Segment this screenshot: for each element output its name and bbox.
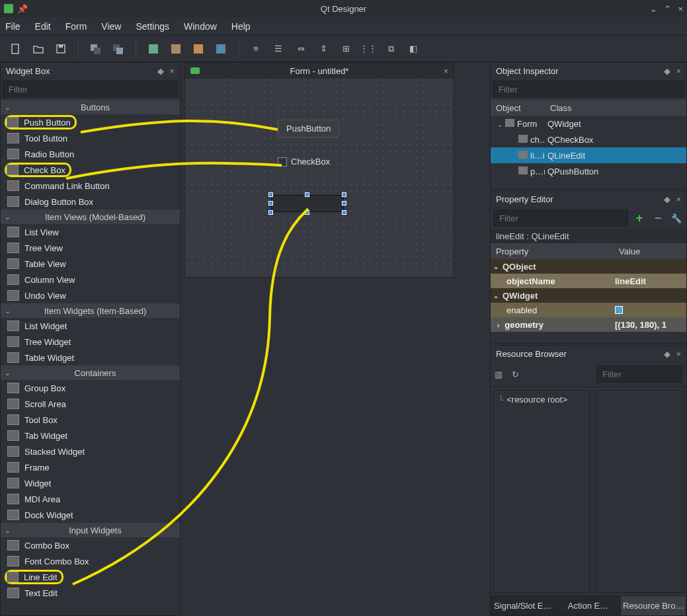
form-canvas[interactable]: PushButton CheckBox [185, 79, 454, 277]
widget-item-label: Combo Box [24, 541, 69, 551]
tab-resource-browser[interactable]: Resource Bro… [621, 596, 686, 615]
layout-vertical-icon[interactable]: ☰ [269, 40, 288, 58]
layout-hsplit-icon[interactable]: ⇔ [292, 40, 310, 58]
widget-item[interactable]: Table Widget [1, 350, 180, 366]
new-file-icon[interactable] [7, 40, 25, 58]
widget-item[interactable]: Check Box [1, 162, 180, 178]
widget-item[interactable]: Table View [1, 256, 180, 272]
widget-item[interactable]: Tool Button [1, 130, 180, 146]
widget-group-header[interactable]: ⌄Containers [1, 366, 180, 380]
property-row[interactable]: ›geometry [(130, 180), 1 [491, 317, 686, 332]
widget-item[interactable]: Font Combo Box [1, 553, 180, 569]
edit-buddies-icon[interactable] [189, 40, 208, 58]
widget-box-list[interactable]: ⌄ButtonsPush ButtonTool ButtonRadio Butt… [1, 100, 180, 615]
property-group[interactable]: ⌄QWidget [491, 288, 686, 303]
panel-close-icon[interactable]: × [676, 194, 681, 204]
svg-rect-8 [171, 44, 181, 54]
panel-close-icon[interactable]: × [676, 66, 681, 76]
panel-float-icon[interactable]: ◆ [157, 66, 164, 76]
tab-signal-sl✗slot[interactable]: Signal/Slot E… [491, 596, 556, 615]
break-layout-icon[interactable]: ⧉ [382, 40, 400, 58]
window-close-button[interactable]: × [678, 4, 683, 14]
widget-group-header[interactable]: ⌄Buttons [1, 100, 180, 114]
menu-settings[interactable]: Settings [136, 21, 169, 32]
widget-item[interactable]: Undo View [1, 288, 180, 303]
property-filter[interactable] [493, 210, 628, 227]
edit-taborder-icon[interactable] [212, 40, 230, 58]
reload-icon[interactable]: ↻ [512, 369, 519, 379]
tab-action-editor[interactable]: Action E… [556, 596, 622, 615]
panel-float-icon[interactable]: ◆ [664, 194, 670, 204]
widget-item[interactable]: List Widget [1, 318, 180, 334]
widget-item-label: Command Link Button [24, 181, 110, 191]
remove-property-icon[interactable]: − [651, 211, 665, 225]
layout-vsplit-icon[interactable]: ⇕ [314, 40, 333, 58]
edit-resources-icon[interactable]: ▥ [495, 369, 503, 379]
property-group[interactable]: ⌄QObject [491, 259, 686, 274]
object-tree[interactable]: Object Class ⌄FormQWidgetch…oxQCheckBoxl… [491, 100, 686, 179]
widget-group-header[interactable]: ⌄Item Widgets (Item-Based) [1, 303, 180, 318]
widget-item[interactable]: Widget [1, 475, 180, 491]
object-tree-row[interactable]: p…nQPushButton [491, 163, 686, 179]
menu-help[interactable]: Help [231, 21, 251, 32]
panel-close-icon[interactable]: × [169, 66, 175, 76]
add-property-icon[interactable]: + [632, 211, 647, 225]
widget-item[interactable]: Tree Widget [1, 334, 180, 350]
widget-item[interactable]: Group Box [1, 380, 180, 396]
property-row[interactable]: objectName lineEdit [491, 274, 686, 288]
panel-close-icon[interactable]: × [676, 349, 681, 359]
resource-tree[interactable]: └<resource root> [493, 390, 590, 593]
widget-item[interactable]: Tool Box [1, 412, 180, 428]
pin-icon[interactable]: 📌 [17, 4, 28, 14]
widget-item[interactable]: Dialog Button Box [1, 194, 180, 210]
open-file-icon[interactable] [29, 40, 48, 58]
widget-item-label: Tree Widget [24, 337, 71, 347]
widget-item[interactable]: Command Link Button [1, 178, 180, 194]
send-back-icon[interactable] [87, 40, 105, 58]
widget-item[interactable]: Tree View [1, 240, 180, 256]
panel-float-icon[interactable]: ◆ [664, 349, 670, 359]
object-tree-row[interactable]: ch…oxQCheckBox [491, 132, 686, 147]
menu-view[interactable]: View [101, 21, 121, 32]
widget-item[interactable]: Line Edit [1, 569, 180, 585]
widget-box-filter[interactable] [3, 81, 178, 98]
widget-item[interactable]: Radio Button [1, 146, 180, 162]
widget-item[interactable]: Push Button [1, 114, 180, 130]
edit-widgets-icon[interactable] [144, 40, 163, 58]
layout-horizontal-icon[interactable]: ≡ [247, 40, 265, 58]
property-row[interactable]: enabled [491, 303, 686, 317]
widget-item[interactable]: Column View [1, 272, 180, 288]
widget-item[interactable]: Dock Widget [1, 507, 180, 523]
layout-form-icon[interactable]: ⋮⋮ [359, 40, 378, 58]
widget-item[interactable]: Stacked Widget [1, 443, 180, 459]
object-tree-row[interactable]: li…itQLineEdit [491, 147, 686, 163]
widget-item[interactable]: Frame [1, 459, 180, 475]
widget-item[interactable]: Text Edit [1, 585, 180, 601]
resource-filter[interactable] [596, 366, 682, 383]
widget-item[interactable]: Scroll Area [1, 396, 180, 412]
menu-file[interactable]: File [5, 21, 20, 32]
window-minimize-button[interactable]: ⌄ [650, 4, 657, 14]
adjust-size-icon[interactable]: ◧ [404, 40, 423, 58]
bring-front-icon[interactable] [109, 40, 128, 58]
panel-float-icon[interactable]: ◆ [664, 66, 670, 76]
menu-form[interactable]: Form [65, 21, 87, 32]
widget-item[interactable]: Tab Widget [1, 428, 180, 443]
object-tree-row[interactable]: ⌄FormQWidget [491, 116, 686, 132]
save-file-icon[interactable] [52, 40, 70, 58]
widget-item[interactable]: MDI Area [1, 491, 180, 507]
window-maximize-button[interactable]: ⌃ [664, 4, 671, 14]
widget-item[interactable]: Combo Box [1, 537, 180, 553]
canvas-checkbox[interactable]: CheckBox [278, 157, 330, 167]
menu-edit[interactable]: Edit [35, 21, 51, 32]
menu-window[interactable]: Window [184, 21, 217, 32]
form-close-icon[interactable]: × [443, 66, 448, 76]
widget-group-header[interactable]: ⌄Item Views (Model-Based) [1, 210, 180, 224]
settings-icon[interactable]: 🔧 [669, 211, 684, 225]
edit-signals-icon[interactable] [167, 40, 185, 58]
widget-item[interactable]: List View [1, 224, 180, 240]
object-inspector-filter[interactable] [493, 81, 684, 98]
canvas-pushbutton[interactable]: PushButton [278, 120, 339, 137]
widget-group-header[interactable]: ⌄Input Widgets [1, 523, 180, 537]
layout-grid-icon[interactable]: ⊞ [337, 40, 355, 58]
